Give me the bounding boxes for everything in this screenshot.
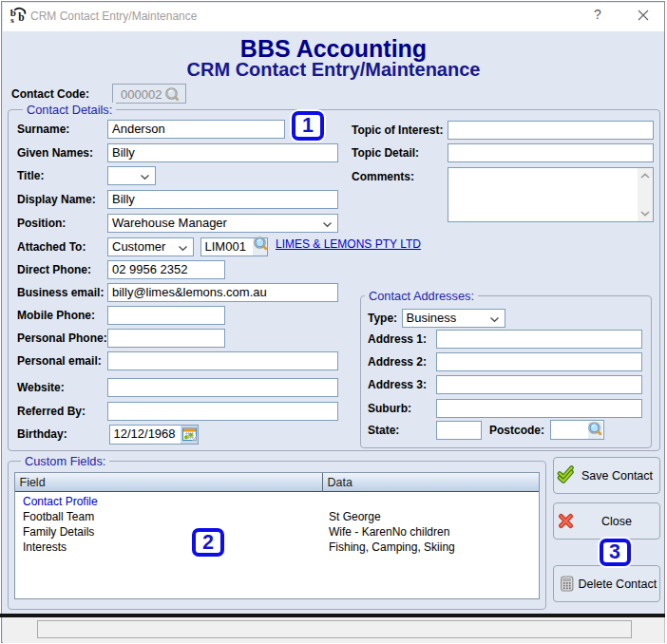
svg-text:b: b	[18, 11, 24, 23]
svg-text:s: s	[10, 15, 14, 25]
